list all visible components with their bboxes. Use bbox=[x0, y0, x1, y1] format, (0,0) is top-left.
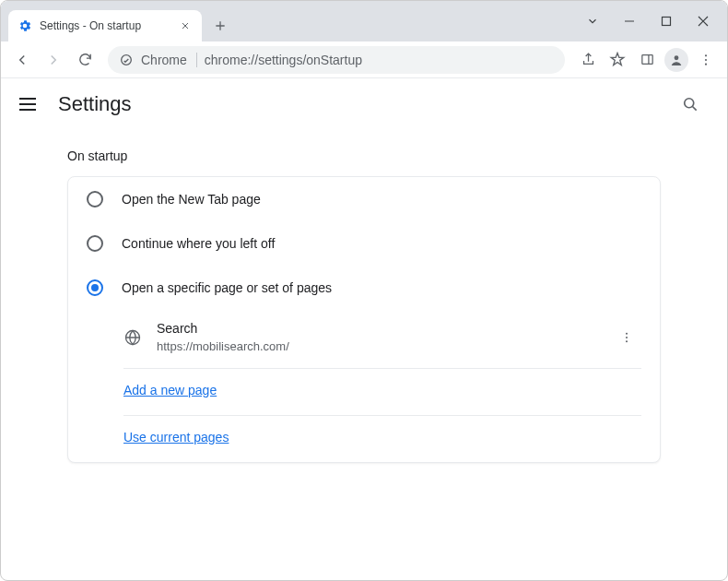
reload-button[interactable] bbox=[71, 46, 99, 74]
page-title: Settings bbox=[58, 92, 132, 116]
radio-icon bbox=[87, 191, 103, 208]
svg-point-4 bbox=[705, 54, 707, 56]
svg-point-9 bbox=[626, 333, 628, 335]
svg-point-6 bbox=[705, 63, 707, 65]
maximize-button[interactable] bbox=[648, 6, 685, 36]
radio-open-new-tab[interactable]: Open the New Tab page bbox=[68, 177, 660, 221]
close-tab-icon[interactable] bbox=[178, 18, 193, 33]
tab-title: Settings - On startup bbox=[40, 19, 170, 32]
radio-icon-selected bbox=[87, 279, 103, 296]
forward-button[interactable] bbox=[40, 46, 67, 74]
back-button[interactable] bbox=[8, 46, 36, 74]
close-window-button[interactable] bbox=[685, 6, 722, 36]
window-titlebar: Settings - On startup bbox=[1, 1, 727, 42]
browser-tab[interactable]: Settings - On startup bbox=[8, 10, 202, 42]
settings-content: On startup Open the New Tab page Continu… bbox=[1, 130, 727, 463]
svg-point-1 bbox=[122, 54, 132, 65]
radio-label: Open a specific page or set of pages bbox=[122, 280, 332, 295]
svg-point-7 bbox=[685, 99, 694, 108]
new-tab-button[interactable] bbox=[207, 13, 233, 39]
on-startup-card: Open the New Tab page Continue where you… bbox=[67, 176, 661, 463]
startup-page-row: Search https://mobilisearch.com/ bbox=[68, 311, 660, 364]
omnibox-url: chrome://settings/onStartup bbox=[205, 53, 554, 67]
page-more-actions-button[interactable] bbox=[612, 323, 641, 352]
radio-label: Continue where you left off bbox=[122, 236, 275, 251]
svg-rect-2 bbox=[641, 55, 652, 65]
svg-point-10 bbox=[626, 337, 628, 338]
radio-specific-pages[interactable]: Open a specific page or set of pages bbox=[68, 266, 660, 310]
search-settings-button[interactable] bbox=[672, 86, 709, 123]
globe-icon bbox=[123, 328, 142, 347]
site-name: Search bbox=[157, 320, 597, 338]
specific-pages-panel: Search https://mobilisearch.com/ Add a n… bbox=[68, 310, 660, 462]
svg-point-5 bbox=[705, 58, 707, 60]
svg-point-3 bbox=[675, 55, 679, 60]
radio-continue[interactable]: Continue where you left off bbox=[68, 221, 660, 266]
radio-label: Open the New Tab page bbox=[122, 192, 261, 207]
use-current-pages-link[interactable]: Use current pages bbox=[123, 430, 229, 445]
browser-toolbar: Chrome chrome://settings/onStartup bbox=[1, 42, 727, 78]
share-button[interactable] bbox=[574, 46, 602, 74]
address-bar[interactable]: Chrome chrome://settings/onStartup bbox=[108, 46, 565, 74]
site-url: https://mobilisearch.com/ bbox=[157, 338, 597, 355]
chevron-down-icon[interactable] bbox=[574, 6, 611, 36]
site-info-icon[interactable] bbox=[119, 53, 134, 67]
avatar-icon bbox=[664, 48, 688, 72]
chrome-menu-button[interactable] bbox=[692, 46, 720, 74]
side-panel-button[interactable] bbox=[633, 46, 661, 74]
gear-icon bbox=[18, 18, 32, 33]
add-new-page-link[interactable]: Add a new page bbox=[123, 383, 217, 397]
minimize-button[interactable] bbox=[611, 6, 648, 36]
menu-button[interactable] bbox=[19, 93, 41, 115]
settings-header: Settings bbox=[1, 78, 727, 130]
bookmark-button[interactable] bbox=[604, 46, 631, 74]
section-label: On startup bbox=[67, 148, 661, 163]
radio-icon bbox=[87, 235, 103, 252]
profile-button[interactable] bbox=[663, 46, 690, 74]
svg-point-11 bbox=[626, 340, 628, 342]
svg-rect-0 bbox=[663, 18, 671, 26]
omnibox-chip: Chrome bbox=[141, 53, 197, 67]
